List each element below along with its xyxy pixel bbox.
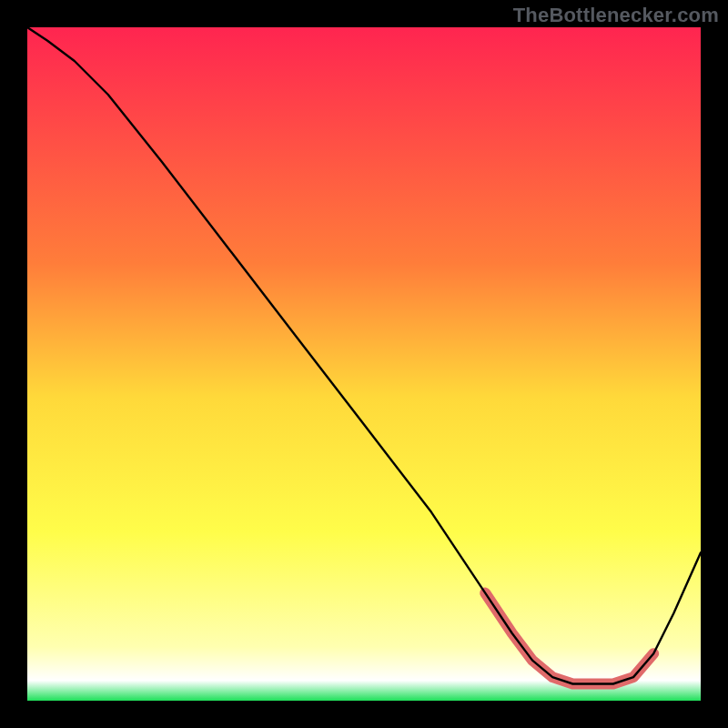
- chart-svg: [27, 27, 701, 701]
- chart-plot-area: [27, 27, 701, 701]
- watermark-text: TheBottlenecker.com: [513, 4, 719, 27]
- chart-frame: TheBottlenecker.com: [0, 0, 728, 728]
- chart-background: [27, 27, 701, 701]
